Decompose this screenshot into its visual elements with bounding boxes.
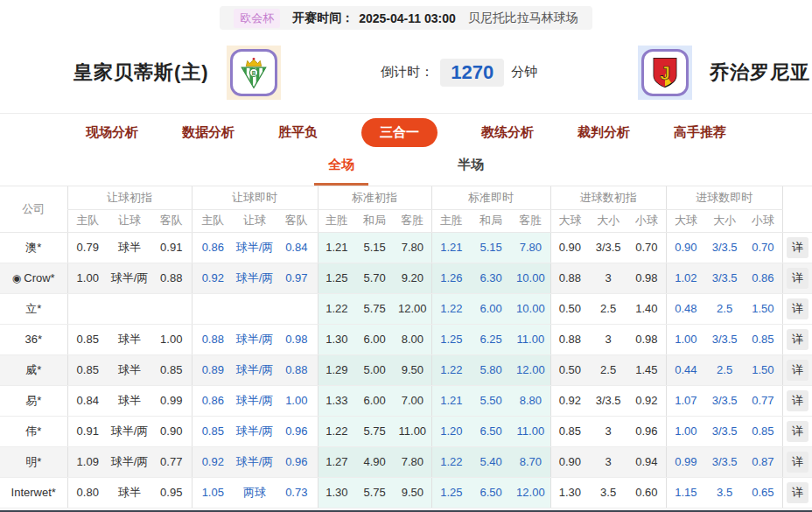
detail-button[interactable]: 详	[787, 329, 808, 350]
odds-cell-handicap_live: 0.92	[192, 263, 234, 293]
odds-cell-handicap_live: 球半/两	[234, 446, 276, 477]
odds-cell-handicap_initial: 球半	[108, 324, 151, 354]
odds-cell-handicap_initial	[108, 293, 151, 324]
nav-tab-referee-analysis[interactable]: 裁判分析	[578, 124, 630, 141]
col-header-handicap_live-0: 主队	[192, 209, 234, 232]
table-row: Interwet*0.80球半0.951.05两球0.731.305.759.5…	[0, 477, 812, 508]
detail-button[interactable]: 详	[787, 298, 808, 319]
odds-cell-std_live: 1.26	[431, 263, 471, 293]
odds-cell-std_initial: 5.15	[355, 232, 394, 263]
col-header-std_live-1: 和局	[471, 209, 511, 232]
odds-cell-goals_live: 3/3.5	[705, 385, 744, 416]
company-cell: 威*	[0, 354, 67, 385]
odds-cell-goals_live: 3/3.5	[705, 446, 744, 477]
away-team-crest-icon: J	[648, 55, 682, 90]
table-row: 易*0.84球半0.990.86球半/两1.001.336.007.001.21…	[0, 385, 812, 416]
odds-cell-goals_initial: 0.70	[627, 232, 666, 263]
odds-cell-std_live: 6.50	[471, 477, 511, 508]
col-header-handicap_initial-2: 客队	[151, 209, 192, 232]
odds-cell-goals_initial: 0.88	[550, 263, 589, 293]
odds-cell-goals_live: 0.87	[744, 446, 782, 477]
company-column-header: 公司	[0, 186, 67, 232]
odds-cell-std_initial: 1.30	[318, 324, 355, 354]
odds-cell-handicap_live: 0.97	[276, 263, 318, 293]
odds-cell-std_live: 12.00	[511, 354, 550, 385]
odds-cell-std_initial: 9.50	[394, 477, 431, 508]
odds-cell-handicap_live: 两球	[234, 477, 276, 508]
odds-cell-handicap_initial: 球半/两	[108, 416, 151, 446]
odds-cell-std_live: 1.21	[431, 385, 471, 416]
company-cell: 立*	[0, 293, 67, 324]
nav-tab-expert-picks[interactable]: 高手推荐	[674, 124, 726, 141]
odds-cell-handicap_initial: 0.85	[67, 354, 108, 385]
odds-cell-goals_live: 1.07	[666, 385, 705, 416]
table-row: 立*1.225.7512.001.226.0010.000.502.51.400…	[0, 293, 812, 324]
odds-cell-goals_initial: 3	[589, 416, 627, 446]
odds-cell-std_initial: 1.27	[318, 446, 355, 477]
detail-button[interactable]: 详	[787, 452, 808, 473]
odds-cell-handicap_live: 球半/两	[234, 416, 276, 446]
odds-cell-goals_initial: 3	[589, 446, 627, 477]
odds-cell-goals_live: 3/3.5	[705, 232, 744, 263]
col-header-std_live-0: 主胜	[431, 209, 471, 232]
nav-tab-win-draw-lose[interactable]: 胜平负	[278, 124, 318, 141]
table-row: 威*0.85球半0.850.89球半/两0.881.295.009.501.22…	[0, 354, 812, 385]
company-cell: 36*	[0, 324, 67, 354]
sub-tab-half-match[interactable]: 半场	[444, 157, 498, 186]
odds-cell-handicap_live: 0.96	[276, 446, 318, 477]
odds-cell-goals_live: 3/3.5	[705, 324, 744, 354]
detail-button[interactable]: 详	[787, 237, 808, 258]
odds-cell-goals_initial: 0.90	[550, 232, 589, 263]
sub-tab-full-match[interactable]: 全场	[314, 157, 368, 186]
odds-cell-goals_initial: 0.88	[550, 324, 589, 354]
odds-cell-handicap_live: 0.88	[192, 324, 234, 354]
detail-button[interactable]: 详	[787, 482, 808, 503]
odds-cell-std_live: 1.21	[431, 232, 471, 263]
nav-tab-data-analysis[interactable]: 数据分析	[182, 124, 234, 141]
col-header-goals_live-0: 大球	[666, 209, 705, 232]
odds-cell-std_initial: 4.90	[355, 446, 394, 477]
col-header-handicap_live-2: 客队	[276, 209, 318, 232]
match-odds-page: 欧会杯 开赛时间： 2025-04-11 03:00 贝尼托比拉马林球场 皇家贝…	[0, 0, 812, 512]
odds-cell-handicap_live: 0.88	[276, 354, 318, 385]
odds-cell-handicap_initial: 1.00	[67, 263, 108, 293]
odds-cell-goals_initial: 1.30	[550, 477, 589, 508]
odds-cell-handicap_initial: 0.88	[151, 263, 192, 293]
nav-tab-coach-analysis[interactable]: 教练分析	[481, 124, 534, 141]
odds-cell-handicap_live	[276, 293, 318, 324]
odds-cell-std_live: 6.25	[471, 324, 511, 354]
odds-cell-std_initial: 1.25	[318, 263, 355, 293]
home-team-name: 皇家贝蒂斯(主)	[74, 60, 209, 86]
odds-cell-std_live: 8.70	[511, 446, 550, 477]
detail-button[interactable]: 详	[787, 360, 808, 381]
col-header-handicap_live-1: 让球	[234, 209, 276, 232]
odds-cell-goals_initial: 0.92	[550, 385, 589, 416]
odds-cell-handicap_initial: 球半	[108, 477, 151, 508]
detail-button[interactable]: 详	[787, 268, 808, 289]
odds-cell-handicap_live: 球半/两	[234, 385, 276, 416]
odds-cell-goals_live: 0.44	[666, 354, 705, 385]
odds-cell-std_live: 5.80	[471, 354, 511, 385]
detail-cell: 详	[782, 232, 812, 263]
away-team: J 乔治罗尼亚	[638, 46, 810, 100]
odds-cell-std_initial: 1.21	[318, 232, 355, 263]
odds-cell-goals_initial: 3	[589, 324, 627, 354]
odds-cell-handicap_initial: 0.85	[151, 354, 192, 385]
nav-tab-live-analysis[interactable]: 现场分析	[86, 124, 138, 141]
odds-cell-handicap_live: 1.00	[276, 385, 318, 416]
odds-cell-goals_live: 3.5	[705, 477, 744, 508]
odds-cell-std_initial: 9.20	[394, 263, 431, 293]
nav-tab-three-in-one[interactable]: 三合一	[361, 118, 438, 147]
odds-cell-std_initial: 7.00	[394, 385, 431, 416]
col-header-std_initial-0: 主胜	[318, 209, 355, 232]
group-header-handicap_live: 让球即时	[192, 186, 318, 209]
detail-button[interactable]: 详	[787, 421, 808, 442]
detail-cell: 详	[782, 354, 812, 385]
detail-button[interactable]: 详	[787, 390, 808, 411]
odds-cell-handicap_initial: 0.77	[151, 446, 192, 477]
odds-cell-handicap_live: 0.86	[192, 232, 234, 263]
odds-cell-goals_initial: 3/3.5	[589, 385, 627, 416]
group-header-std_live: 标准即时	[431, 186, 550, 209]
odds-cell-goals_live: 0.86	[744, 263, 782, 293]
table-row: 36*0.85球半1.000.88球半/两0.981.306.008.001.2…	[0, 324, 812, 354]
